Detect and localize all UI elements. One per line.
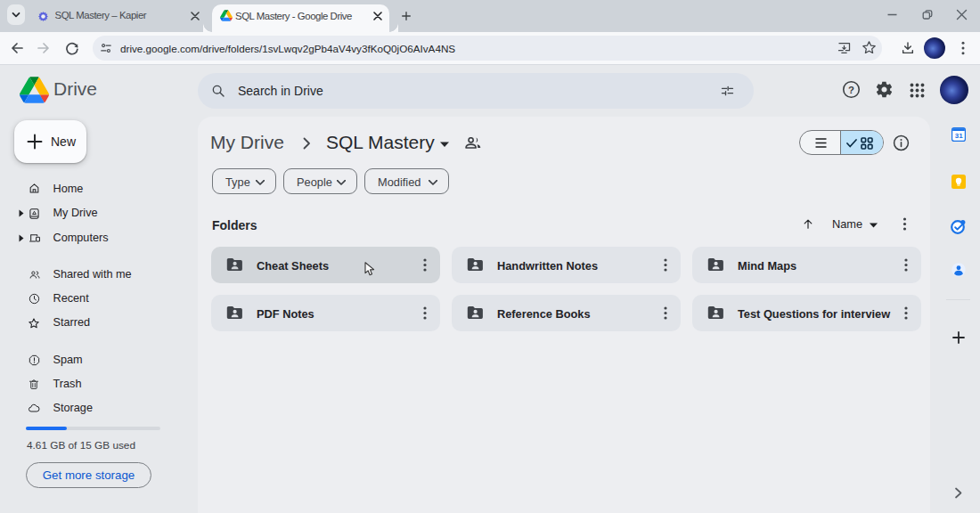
svg-text:?: ? xyxy=(848,85,854,95)
svg-text:31: 31 xyxy=(955,132,963,140)
